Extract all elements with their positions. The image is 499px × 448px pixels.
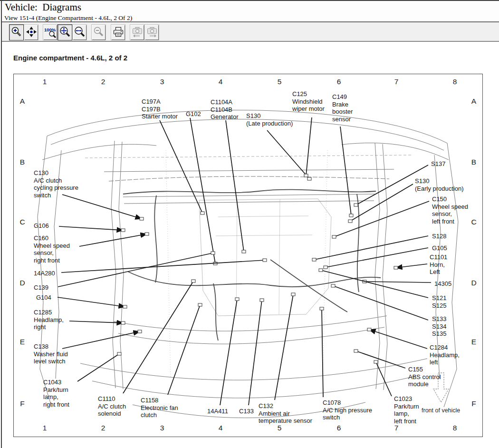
toolbar: 100% <box>2 21 499 42</box>
grid-label-5: 5 <box>275 77 284 87</box>
connector-mark-s121 <box>319 269 323 272</box>
callout-s130-early: S130(Early production) <box>415 177 464 192</box>
connector-mark-g104 <box>123 305 127 308</box>
leader-line-s121 <box>321 270 428 298</box>
connector-mark-c1110 <box>192 280 195 282</box>
connector-mark-c149 <box>349 214 353 217</box>
page-title: Vehicle: Diagrams <box>5 1 81 13</box>
connector-mark-c197 <box>201 212 204 214</box>
leader-line-c1078 <box>322 309 323 397</box>
connector-mark-s137 <box>354 204 358 206</box>
print-button[interactable] <box>111 24 125 40</box>
connector-mark-c1284 <box>367 328 371 331</box>
callout-s133: S133S134S135 <box>432 315 446 338</box>
callout-g106: G106 <box>34 222 49 230</box>
callout-c1078: C1078A/C high pressureswitch <box>323 399 372 421</box>
callout-c133: C133 <box>239 408 254 415</box>
leader-line-s128 <box>314 236 428 260</box>
photo-prev-button <box>130 24 144 40</box>
connector-mark-c160 <box>145 233 149 235</box>
leader-line-c138 <box>62 331 140 349</box>
connector-mark-s133 <box>331 284 335 287</box>
leader-line-c1104 <box>226 120 244 252</box>
grid-label-1: 1 <box>40 423 49 433</box>
pan-button[interactable] <box>24 24 38 40</box>
callout-c155: C155ABS controlmodule <box>408 366 441 388</box>
grid-label-F: F <box>469 399 479 409</box>
callout-c1043: C1043Park/turnlamp,right front <box>43 379 69 408</box>
leader-line-c139 <box>58 253 213 287</box>
grid-label-C: C <box>18 217 27 227</box>
photo-next-button <box>144 24 159 40</box>
fit-width-button[interactable] <box>72 24 87 40</box>
callout-l14a280: 14A280 <box>34 270 55 277</box>
callout-c1158: C1158Electronic fanclutch <box>141 397 178 419</box>
callout-c197: C197AC197BStarter motor <box>142 98 178 120</box>
connector-mark-c1078 <box>320 307 324 310</box>
grid-label-B: B <box>469 157 479 167</box>
diagram-heading: Engine compartment - 4.6L, 2 of 2 <box>13 54 127 62</box>
zoom-out-button <box>91 24 106 40</box>
callout-c139: C139 <box>34 284 48 292</box>
magnifier-fit-icon <box>59 26 71 39</box>
connector-mark-c1023 <box>374 360 378 363</box>
leader-line-c160 <box>79 234 147 246</box>
zoom-in-button[interactable] <box>9 24 24 40</box>
leader-line-c1285 <box>69 321 123 323</box>
fit-page-button[interactable] <box>58 24 72 40</box>
grid-label-1: 1 <box>40 77 49 87</box>
grid-label-7: 7 <box>392 77 401 87</box>
leader-line-c132 <box>275 294 293 400</box>
leader-line-g104 <box>58 297 125 307</box>
callout-c149: C149Brakeboostersensor <box>332 93 353 123</box>
callout-g104: G104 <box>36 294 51 302</box>
view-subtitle: View 151-4 (Engine Compartment - 4.6L, 2… <box>4 14 132 22</box>
leader-line-c1023 <box>376 362 392 396</box>
camera-right-icon <box>146 26 158 39</box>
connector-mark-s130-late <box>307 177 311 180</box>
callout-c132: C132Ambient airtemperature sensor <box>259 402 312 425</box>
grid-label-8: 8 <box>450 423 460 433</box>
diagram-viewport[interactable]: front of vehicle 1122334455667788AABBCCD… <box>13 74 483 437</box>
callout-s128: S128 <box>432 233 446 240</box>
callout-c1104: C1104AC1104BGenerator <box>211 98 239 121</box>
leader-line-l14a411 <box>220 299 237 405</box>
zoom-100-button[interactable]: 100% <box>43 24 58 40</box>
callout-l14305: 14305 <box>434 280 451 288</box>
leader-line-c1110 <box>123 281 193 393</box>
grid-label-3: 3 <box>157 77 167 87</box>
callout-g105: G105 <box>432 244 447 252</box>
callout-c1285: C1285Headlamp,right <box>34 309 64 331</box>
grid-label-5: 5 <box>275 423 284 433</box>
callout-c1110: C1110A/C clutchsolenoid <box>98 395 126 418</box>
front-of-vehicle-label: front of vehicle <box>422 407 460 414</box>
magnifier-minus-icon <box>93 26 105 39</box>
grid-label-4: 4 <box>216 423 225 433</box>
connector-mark-g105 <box>324 266 327 269</box>
leader-line-g105 <box>326 248 428 267</box>
callout-c1023: C1023Park/turnlamp,left front <box>394 395 419 425</box>
leader-line-c1043 <box>77 354 119 381</box>
svg-text:100%: 100% <box>44 27 56 32</box>
connector-mark-c1104 <box>242 250 246 253</box>
callout-c1284: C1284Headlamp,left <box>430 344 460 366</box>
grid-label-6: 6 <box>334 77 344 87</box>
connector-mark-c155 <box>354 350 358 352</box>
connector-mark-c139 <box>211 252 215 254</box>
leader-line-c149 <box>340 127 351 215</box>
callout-c1101: C1101Horn,Left <box>430 253 447 276</box>
grid-label-A: A <box>469 97 479 106</box>
connector-mark-s128 <box>312 258 316 261</box>
leader-line-c155 <box>356 351 405 368</box>
grid-label-3: 3 <box>157 423 167 433</box>
connector-mark-c1043 <box>117 352 121 355</box>
callout-c160: C160Wheel speedsensor,right front <box>34 234 70 264</box>
pan-arrows-icon <box>25 26 38 39</box>
leader-line-l14a280 <box>61 260 265 273</box>
connector-mark-c1285 <box>121 321 125 324</box>
printer-icon <box>112 26 125 39</box>
connector-mark-g106 <box>121 229 125 232</box>
grid-label-2: 2 <box>98 77 108 87</box>
grid-label-D: D <box>469 278 479 288</box>
connector-mark-s130-early <box>348 220 352 223</box>
